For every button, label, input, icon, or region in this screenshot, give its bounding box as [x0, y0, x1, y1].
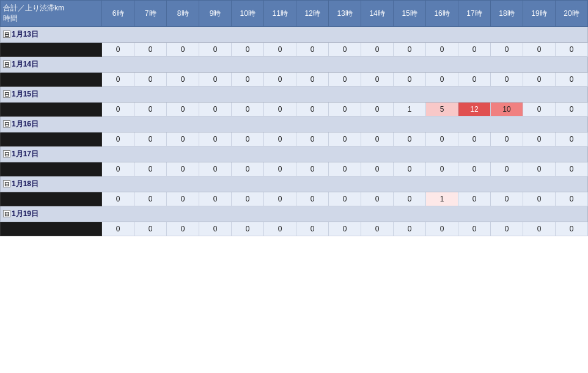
collapse-icon[interactable]: ⊟: [3, 31, 10, 38]
data-cell: 0: [361, 192, 394, 206]
collapse-icon[interactable]: ⊟: [3, 120, 10, 128]
data-cell: 0: [394, 73, 426, 87]
date-row: ⊟1月13日: [1, 27, 588, 43]
data-cell: 0: [167, 162, 199, 176]
data-cell: 0: [167, 132, 199, 147]
data-cell: 0: [329, 222, 361, 236]
data-cell: 0: [199, 222, 232, 236]
data-cell: 1: [426, 192, 458, 206]
col-header-h6: 12時: [296, 1, 329, 27]
data-cell: 0: [426, 162, 458, 176]
data-cell: 0: [296, 132, 329, 147]
data-cell: 0: [523, 103, 556, 117]
data-cell: 0: [232, 73, 264, 87]
data-cell: 0: [264, 132, 296, 147]
data-cell: 0: [361, 43, 394, 57]
date-row: ⊟1月15日: [1, 87, 588, 103]
data-cell: 0: [458, 132, 491, 147]
data-cell: 0: [329, 103, 361, 117]
table-row: 000000000000000: [1, 43, 588, 57]
data-cell: 10: [491, 103, 523, 117]
data-cell: 0: [167, 73, 199, 87]
data-cell: 0: [264, 73, 296, 87]
data-cell: 0: [361, 132, 394, 147]
data-cell: 0: [102, 43, 134, 57]
data-cell: 0: [491, 162, 523, 176]
data-cell: 0: [167, 103, 199, 117]
data-cell: 0: [523, 73, 556, 87]
data-cell: 0: [296, 192, 329, 206]
data-cell: 0: [264, 103, 296, 117]
date-row: ⊟1月16日: [1, 117, 588, 132]
data-cell: 0: [329, 73, 361, 87]
data-cell: 0: [556, 222, 588, 236]
data-cell: 0: [329, 43, 361, 57]
data-cell: 0: [361, 162, 394, 176]
data-cell: 0: [134, 43, 167, 57]
data-cell: 0: [361, 103, 394, 117]
collapse-icon[interactable]: ⊟: [3, 90, 10, 98]
data-cell: 0: [394, 192, 426, 206]
date-row: ⊟1月17日: [1, 147, 588, 162]
data-cell: 0: [458, 192, 491, 206]
data-cell: 0: [426, 73, 458, 87]
data-cell: 0: [232, 162, 264, 176]
data-cell: 0: [199, 192, 232, 206]
collapse-icon[interactable]: ⊟: [3, 180, 10, 187]
data-cell: 0: [232, 132, 264, 147]
data-cell: 0: [102, 103, 134, 117]
table-row: 00000000015121000: [1, 103, 588, 117]
data-cell: 0: [102, 162, 134, 176]
data-cell: 0: [329, 162, 361, 176]
collapse-icon[interactable]: ⊟: [3, 150, 10, 158]
collapse-icon[interactable]: ⊟: [3, 210, 10, 217]
data-cell: 0: [523, 162, 556, 176]
date-label: ⊟1月14日: [1, 57, 588, 73]
col-header-h9: 15時: [394, 1, 426, 27]
data-cell: 0: [199, 43, 232, 57]
data-cell: 12: [458, 103, 491, 117]
date-label: ⊟1月13日: [1, 27, 588, 43]
row-label-cell: [1, 192, 102, 206]
data-cell: 0: [232, 192, 264, 206]
table-row: 000000000000000: [1, 132, 588, 147]
data-cell: 0: [361, 73, 394, 87]
row-label-cell: [1, 103, 102, 117]
data-cell: 0: [296, 73, 329, 87]
data-cell: 0: [491, 43, 523, 57]
data-cell: 0: [296, 162, 329, 176]
data-cell: 0: [491, 222, 523, 236]
col-header-h12: 18時: [491, 1, 523, 27]
table-row: 000000000010000: [1, 192, 588, 206]
data-cell: 0: [556, 43, 588, 57]
col-header-h1: 7時: [134, 1, 167, 27]
data-cell: 0: [134, 73, 167, 87]
data-cell: 0: [491, 73, 523, 87]
data-cell: 0: [556, 103, 588, 117]
col-header-h3: 9時: [199, 1, 232, 27]
data-cell: 0: [134, 162, 167, 176]
data-cell: 0: [329, 192, 361, 206]
collapse-icon[interactable]: ⊟: [3, 60, 10, 68]
col-header-h13: 19時: [523, 1, 556, 27]
data-cell: 0: [426, 222, 458, 236]
data-cell: 0: [296, 103, 329, 117]
data-cell: 0: [134, 192, 167, 206]
data-cell: 0: [102, 222, 134, 236]
data-cell: 0: [556, 73, 588, 87]
data-cell: 0: [426, 43, 458, 57]
data-cell: 0: [264, 192, 296, 206]
data-cell: 0: [491, 192, 523, 206]
date-row: ⊟1月19日: [1, 206, 588, 222]
col-header-label: 合計／上り渋滞km 時間: [1, 1, 102, 27]
data-cell: 0: [361, 222, 394, 236]
data-cell: 0: [167, 43, 199, 57]
table-body: ⊟1月13日000000000000000⊟1月14日0000000000000…: [1, 27, 588, 236]
data-cell: 0: [523, 192, 556, 206]
data-cell: 1: [394, 103, 426, 117]
data-cell: 0: [329, 132, 361, 147]
data-cell: 0: [523, 222, 556, 236]
col-header-h10: 16時: [426, 1, 458, 27]
date-row: ⊟1月14日: [1, 57, 588, 73]
col-header-h7: 13時: [329, 1, 361, 27]
